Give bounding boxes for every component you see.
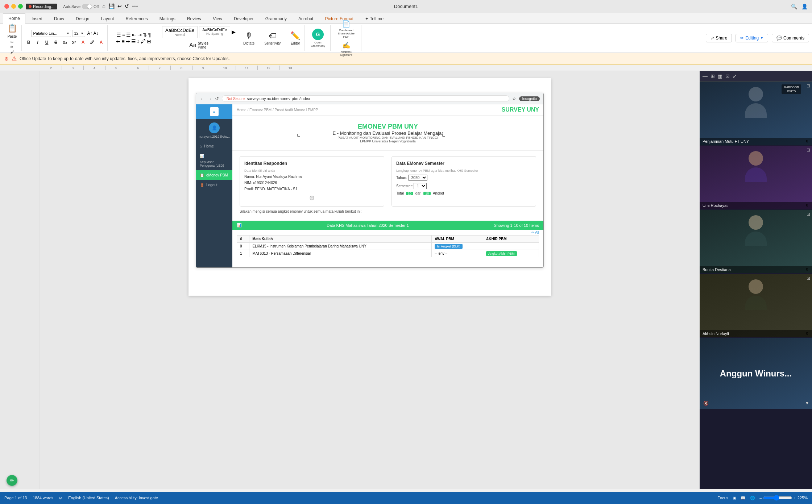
request-signature-btn[interactable]: ✍ Request Signature [334,40,359,58]
tab-grammarly[interactable]: Grammarly [260,14,292,24]
comments-button[interactable]: 💬 Comments [772,34,809,42]
superscript-btn[interactable]: x² [70,38,78,46]
align-right-btn[interactable]: ➡ [126,38,130,44]
zoom-level[interactable]: 225% [798,496,808,500]
undo-icon[interactable]: ↩ [117,3,122,10]
shading-btn[interactable]: 🖍 [141,38,146,44]
view-web-icon[interactable]: 🌐 [750,496,755,500]
multilevel-btn[interactable]: ☰ [126,32,131,38]
tab-references[interactable]: References [120,14,153,24]
borders-btn[interactable]: ⊞ [147,38,151,44]
indent-increase-btn[interactable]: ⇥ [137,32,142,38]
view-layout-icon[interactable]: ▣ [733,496,736,500]
tab-mailings[interactable]: Mailings [154,14,181,24]
tab-view[interactable]: View [207,14,228,24]
chevron-down-icon[interactable]: ▾ [806,400,808,406]
editing-button[interactable]: ✏ Editing ▼ [736,34,768,42]
edit-all-btn[interactable]: ✏ All [531,230,539,234]
numbering-btn[interactable]: ≡ [122,32,125,38]
tab-home[interactable]: Home [3,13,25,24]
expand-icon-1[interactable]: ⊡ [807,83,810,88]
window-controls[interactable] [4,4,23,9]
sidebar-nav-kepuasan[interactable]: 📊 Kepuasan Pengguna (LED) [196,151,232,170]
drag-handle[interactable]: ⊕ [244,194,380,202]
tab-design[interactable]: Design [70,14,95,24]
line-spacing-btn[interactable]: ↕ [137,38,140,44]
editor-btn[interactable]: ✏️ Editor [288,30,302,46]
align-left-btn[interactable]: ⬅ [116,38,120,44]
more-icon[interactable]: ••• [132,3,138,10]
zoom-out-btn[interactable]: – [759,496,762,500]
tab-picture-format[interactable]: Picture Format [319,14,359,24]
tab-review[interactable]: Review [182,14,207,24]
address-bar[interactable]: Not Secure survey.uny.ac.id/emonev-pbm/i… [222,95,509,102]
indent-decrease-btn[interactable]: ⇤ [132,32,136,38]
sensitivity-btn[interactable]: 🏷 Sensitivity [262,30,283,46]
share-button[interactable]: ↗ Share [706,34,732,42]
home-icon[interactable]: ⌂ [103,3,105,10]
bold-btn[interactable]: B [25,38,33,46]
pilcrow-btn[interactable]: ¶ [148,32,151,38]
maximize-window-btn[interactable] [18,4,23,9]
underline-btn[interactable]: U [43,38,51,46]
browser-bookmark-icon[interactable]: ☆ [512,96,516,101]
minimize-window-btn[interactable] [11,4,16,9]
tab-draw[interactable]: Draw [49,14,70,24]
dictate-btn[interactable]: 🎙 Dictate [241,30,257,46]
grammarly-open-btn[interactable]: G OpenGrammarly [308,27,328,49]
paste-button[interactable]: 📋 Paste [5,22,19,39]
text-color-btn[interactable]: A [97,38,105,46]
focus-btn[interactable]: Focus [717,496,728,500]
zoom-in-btn[interactable]: + [794,496,796,500]
font-size-selector[interactable]: 12 ▼ [72,30,85,37]
increase-font-btn[interactable]: A↑ [87,31,92,36]
format-painter-btn[interactable]: 🖌 [11,50,14,54]
autosave-toggle[interactable] [82,4,92,9]
decrease-font-btn[interactable]: A↓ [94,31,99,36]
notification-close-btn[interactable]: ⊗ [4,56,9,62]
grid-view-icon[interactable]: ⊞ [710,73,715,79]
tab-developer[interactable]: Developer [228,14,259,24]
strikethrough-btn[interactable]: S [52,38,60,46]
minimize-panel-icon[interactable]: — [703,73,708,79]
copy-btn[interactable]: ⧉ [11,45,14,49]
style-nospacing-btn[interactable]: AaBbCcDdEe No Spacing [199,26,230,38]
tab-acrobat[interactable]: Acrobat [293,14,319,24]
subscript-btn[interactable]: x₂ [61,38,69,46]
browser-forward-btn[interactable]: → [207,96,212,101]
speaker-view-icon[interactable]: ⊡ [725,73,730,79]
sidebar-nav-logout[interactable]: 🚪 Logout [196,180,232,190]
btn-isi-angket[interactable]: Isi Angket (ELK) [435,244,463,249]
tahun-select[interactable]: 2020 [408,175,427,181]
italic-btn[interactable]: I [34,38,42,46]
browser-back-btn[interactable]: ← [200,96,204,101]
styles-more-icon[interactable]: ▶ [232,29,236,35]
doc-area[interactable]: ← → ↺ Not Secure survey.uny.ac.id/emonev… [40,71,700,489]
font-color-btn[interactable]: A [79,38,87,46]
btn-angket-akhir[interactable]: Angket Akhir PBM [486,251,517,256]
browser-refresh-btn[interactable]: ↺ [215,96,219,101]
highlight-btn[interactable]: 🖊 [88,38,96,46]
tab-tell-me[interactable]: ✦ Tell me [360,14,389,24]
fullscreen-icon[interactable]: ⤢ [733,73,737,79]
expand-icon-3[interactable]: ⊡ [807,212,810,217]
semester-select[interactable]: 1 [414,183,427,189]
redo-icon[interactable]: ↺ [125,3,129,10]
user-icon[interactable]: 👤 [801,4,808,9]
tab-layout[interactable]: Layout [95,14,119,24]
styles-pane-btn[interactable]: Aa Styles Pane [187,40,211,50]
floating-pencil-icon[interactable]: ✏ [7,475,17,486]
style-normal-btn[interactable]: AaBbCcDdEe Normal [162,26,198,38]
gallery-view-icon[interactable]: ▦ [718,73,722,79]
align-center-btn[interactable]: ≡ [121,38,124,44]
justify-btn[interactable]: ☰ [131,38,136,44]
tab-insert[interactable]: Insert [26,14,48,24]
close-window-btn[interactable] [4,4,9,9]
expand-icon-4[interactable]: ⊡ [807,276,810,281]
bullets-btn[interactable]: ☰ [116,32,121,38]
search-title-icon[interactable]: 🔍 [791,4,797,9]
zoom-slider[interactable] [763,495,792,501]
view-read-icon[interactable]: 📖 [741,496,746,500]
sidebar-nav-emonev[interactable]: 📋 eMonev PBM [196,170,232,180]
save-icon[interactable]: 💾 [108,3,115,10]
